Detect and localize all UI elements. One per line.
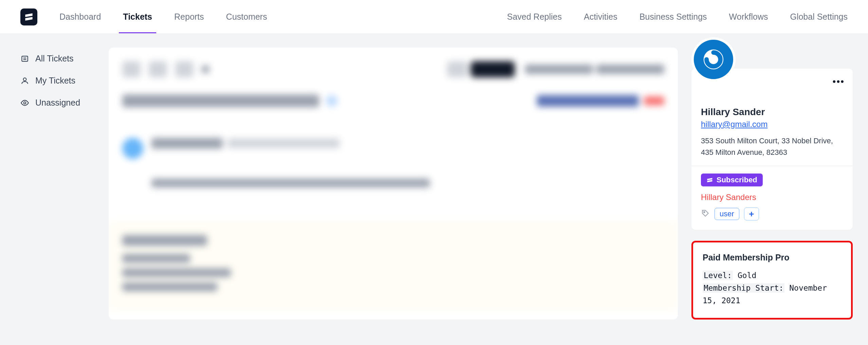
badge-icon bbox=[706, 177, 713, 183]
sidebar-label-all: All Tickets bbox=[35, 54, 74, 63]
nav-tickets[interactable]: Tickets bbox=[123, 0, 152, 33]
sidebar-label-my: My Tickets bbox=[35, 76, 75, 86]
sidebar-label-unassigned: Unassigned bbox=[35, 98, 80, 108]
list-icon bbox=[20, 54, 29, 63]
nav-right-group: Saved Replies Activities Business Settin… bbox=[507, 0, 848, 33]
user-icon bbox=[20, 76, 29, 85]
blurred-content bbox=[122, 61, 664, 297]
sidebar-my-tickets[interactable]: My Tickets bbox=[20, 70, 95, 92]
sidebar-unassigned[interactable]: Unassigned bbox=[20, 92, 95, 114]
more-icon[interactable]: ••• bbox=[833, 76, 845, 87]
tag-user[interactable]: user bbox=[715, 208, 739, 220]
ticket-main-panel bbox=[109, 48, 678, 320]
nav-reports[interactable]: Reports bbox=[174, 0, 204, 33]
membership-title: Paid Membership Pro bbox=[703, 253, 842, 262]
left-sidebar: All Tickets My Tickets Unassigned bbox=[20, 48, 95, 320]
tag-icon bbox=[701, 209, 710, 219]
membership-start-label: Membership Start: bbox=[703, 283, 784, 293]
customer-card: ••• Hillary Sander hillary@gmail.com 353… bbox=[691, 69, 853, 230]
tag-row: user + bbox=[701, 207, 843, 220]
membership-details: Level: Gold Membership Start: November 1… bbox=[703, 269, 842, 307]
nav-left-group: Dashboard Tickets Reports Customers bbox=[59, 0, 267, 33]
membership-card: Paid Membership Pro Level: Gold Membersh… bbox=[691, 241, 853, 319]
svg-rect-0 bbox=[22, 56, 28, 61]
app-logo[interactable] bbox=[20, 8, 37, 25]
sidebar-all-tickets[interactable]: All Tickets bbox=[20, 48, 95, 70]
tag-add-button[interactable]: + bbox=[744, 207, 759, 220]
customer-avatar bbox=[691, 37, 736, 81]
content-area: All Tickets My Tickets Unassigned bbox=[0, 34, 868, 320]
nav-dashboard[interactable]: Dashboard bbox=[59, 0, 101, 33]
level-label: Level: bbox=[703, 271, 733, 280]
level-value: Gold bbox=[738, 271, 756, 280]
nav-business-settings[interactable]: Business Settings bbox=[639, 0, 707, 33]
logo-icon bbox=[23, 12, 34, 22]
subscribed-label: Subscribed bbox=[717, 176, 757, 184]
gravatar-icon bbox=[702, 48, 725, 71]
top-nav: Dashboard Tickets Reports Customers Save… bbox=[0, 0, 868, 34]
svg-point-4 bbox=[24, 102, 26, 104]
card-divider bbox=[691, 166, 853, 166]
eye-icon bbox=[20, 98, 29, 107]
customer-sidebar: ••• Hillary Sander hillary@gmail.com 353… bbox=[691, 48, 853, 320]
customer-address: 353 South Milton Court, 33 Nobel Drive, … bbox=[701, 135, 843, 158]
customer-email[interactable]: hillary@gmail.com bbox=[701, 120, 767, 129]
svg-point-3 bbox=[23, 78, 26, 81]
nav-global-settings[interactable]: Global Settings bbox=[790, 0, 848, 33]
svg-point-6 bbox=[704, 212, 705, 213]
customer-name: Hillary Sander bbox=[701, 107, 843, 117]
subscribed-name: Hillary Sanders bbox=[701, 193, 843, 202]
nav-workflows[interactable]: Workflows bbox=[729, 0, 768, 33]
nav-saved-replies[interactable]: Saved Replies bbox=[507, 0, 562, 33]
nav-customers[interactable]: Customers bbox=[226, 0, 267, 33]
subscribed-badge: Subscribed bbox=[701, 174, 763, 186]
nav-activities[interactable]: Activities bbox=[584, 0, 617, 33]
